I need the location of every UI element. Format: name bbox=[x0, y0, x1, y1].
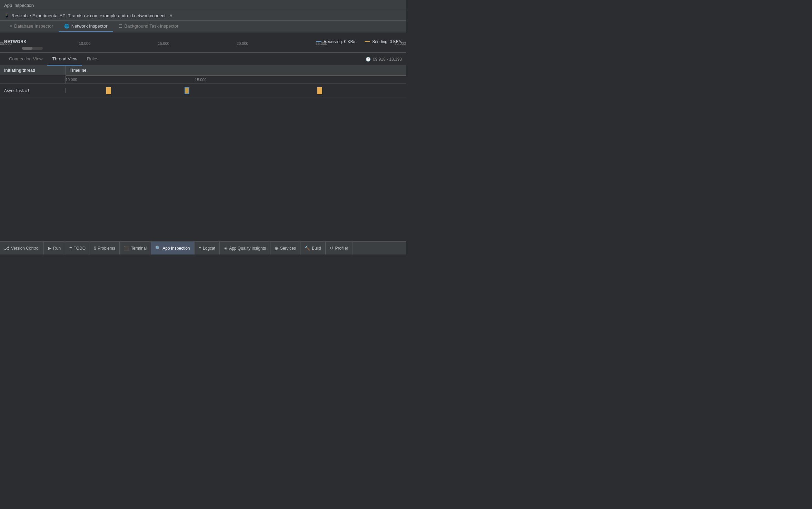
todo-label: TODO bbox=[74, 246, 86, 251]
x-label-20: 20.000 bbox=[237, 41, 248, 46]
tab-thread-view[interactable]: Thread View bbox=[47, 53, 82, 66]
logcat-label: Logcat bbox=[203, 246, 215, 251]
logcat-icon: ≡ bbox=[199, 246, 201, 251]
status-app-inspection[interactable]: 🔍 App Inspection bbox=[151, 242, 194, 254]
tab-spacer bbox=[0, 32, 406, 37]
connection-view-label: Connection View bbox=[9, 56, 42, 61]
version-control-label: Version Control bbox=[11, 246, 39, 251]
network-tab-label: Network Inspector bbox=[71, 23, 108, 29]
device-chevron: ▼ bbox=[169, 13, 174, 18]
background-tab-label: Background Task Inspector bbox=[125, 23, 179, 29]
scrollbar-area bbox=[0, 46, 406, 52]
x-label-30: 30.000 bbox=[394, 41, 406, 46]
tab-connection-view[interactable]: Connection View bbox=[4, 53, 47, 66]
run-icon: ▶ bbox=[48, 246, 51, 251]
device-selector[interactable]: Resizable Experimental API Tiramisu > co… bbox=[11, 13, 173, 18]
app-quality-label: App Quality Insights bbox=[229, 246, 266, 251]
table-header: Initiating thread Timeline bbox=[0, 66, 406, 75]
background-tab-icon: ☰ bbox=[119, 24, 122, 29]
x-axis: 05.000 10.000 15.000 20.000 25.000 30.00… bbox=[0, 37, 406, 46]
thread-name-asynctask: AsyncTask #1 bbox=[0, 88, 66, 93]
scrollbar-thumb[interactable] bbox=[22, 47, 32, 50]
database-tab-label: Database Inspector bbox=[14, 23, 53, 29]
status-problems[interactable]: ℹ Problems bbox=[90, 242, 120, 254]
status-version-control[interactable]: ⎇ Version Control bbox=[0, 242, 44, 254]
view-tabs: Connection View Thread View Rules 🕐 09.9… bbox=[0, 52, 406, 66]
tab-rules[interactable]: Rules bbox=[82, 53, 103, 66]
table-row: AsyncTask #1 bbox=[0, 84, 406, 98]
status-profiler[interactable]: ↺ Profiler bbox=[326, 242, 353, 254]
status-run[interactable]: ▶ Run bbox=[44, 242, 65, 254]
timeline-ruler: 10.000 15.000 bbox=[0, 76, 406, 84]
thread-timeline[interactable] bbox=[66, 84, 406, 98]
problems-icon: ℹ bbox=[94, 246, 96, 251]
device-text: Resizable Experimental API Tiramisu > co… bbox=[11, 13, 166, 18]
status-services[interactable]: ◉ Services bbox=[270, 242, 300, 254]
x-label-25: 25.000 bbox=[316, 41, 327, 46]
status-todo[interactable]: ≡ TODO bbox=[65, 242, 90, 254]
status-build[interactable]: 🔨 Build bbox=[300, 242, 326, 254]
status-bar: ⎇ Version Control ▶ Run ≡ TODO ℹ Problem… bbox=[0, 241, 406, 254]
status-terminal[interactable]: ⬛ Terminal bbox=[120, 242, 151, 254]
app-inspection-label: App Inspection bbox=[162, 246, 190, 251]
x-label-10: 10.000 bbox=[79, 41, 91, 46]
problems-label: Problems bbox=[98, 246, 115, 251]
services-icon: ◉ bbox=[275, 246, 278, 251]
inspector-tabs: ≡ Database Inspector 🌐 Network Inspector… bbox=[0, 21, 406, 32]
scrollbar-track[interactable] bbox=[22, 47, 43, 50]
tab-background[interactable]: ☰ Background Task Inspector bbox=[113, 21, 184, 32]
profiler-icon: ↺ bbox=[330, 246, 334, 251]
network-section: NETWORK Receiving: 0 KB/s Sending: 0 KB/… bbox=[0, 37, 406, 46]
ruler-label-15: 15.000 bbox=[195, 78, 207, 82]
x-label-15: 15.000 bbox=[158, 41, 169, 46]
build-icon: 🔨 bbox=[305, 246, 310, 251]
build-label: Build bbox=[312, 246, 321, 251]
services-label: Services bbox=[280, 246, 296, 251]
time-range: 🕐 09.918 - 18.398 bbox=[366, 57, 402, 62]
task-block-1[interactable] bbox=[106, 87, 111, 94]
device-bar: 📱 Resizable Experimental API Tiramisu > … bbox=[0, 11, 406, 21]
ruler-spacer bbox=[0, 76, 66, 83]
device-icon: 📱 bbox=[4, 13, 9, 18]
profiler-label: Profiler bbox=[335, 246, 348, 251]
time-range-value: 09.918 - 18.398 bbox=[373, 57, 402, 62]
col-thread-header: Initiating thread bbox=[0, 66, 66, 75]
col-timeline-header: Timeline bbox=[66, 66, 406, 75]
run-label: Run bbox=[53, 246, 61, 251]
status-logcat[interactable]: ≡ Logcat bbox=[195, 242, 220, 254]
ruler-track: 10.000 15.000 bbox=[66, 76, 406, 83]
title-bar: App Inspection bbox=[0, 0, 406, 11]
tab-database[interactable]: ≡ Database Inspector bbox=[4, 21, 59, 32]
x-label-05: 05.000 bbox=[0, 41, 12, 46]
terminal-icon: ⬛ bbox=[124, 246, 129, 251]
status-app-quality[interactable]: ◈ App Quality Insights bbox=[220, 242, 270, 254]
title-label: App Inspection bbox=[4, 3, 34, 8]
task-block-3[interactable] bbox=[317, 87, 322, 94]
app-inspection-icon: 🔍 bbox=[155, 246, 161, 251]
terminal-label: Terminal bbox=[131, 246, 147, 251]
todo-icon: ≡ bbox=[69, 246, 72, 251]
clock-icon: 🕐 bbox=[366, 57, 371, 62]
version-control-icon: ⎇ bbox=[4, 246, 9, 251]
rules-label: Rules bbox=[87, 56, 98, 61]
thread-table: Initiating thread Timeline 10.000 15.000… bbox=[0, 66, 406, 241]
network-tab-icon: 🌐 bbox=[64, 24, 69, 29]
app-quality-icon: ◈ bbox=[224, 246, 227, 251]
thread-view-label: Thread View bbox=[52, 56, 77, 61]
task-block-2[interactable] bbox=[185, 87, 189, 94]
tab-network[interactable]: 🌐 Network Inspector bbox=[59, 21, 113, 32]
database-tab-icon: ≡ bbox=[10, 24, 12, 29]
ruler-label-10: 10.000 bbox=[66, 78, 77, 82]
